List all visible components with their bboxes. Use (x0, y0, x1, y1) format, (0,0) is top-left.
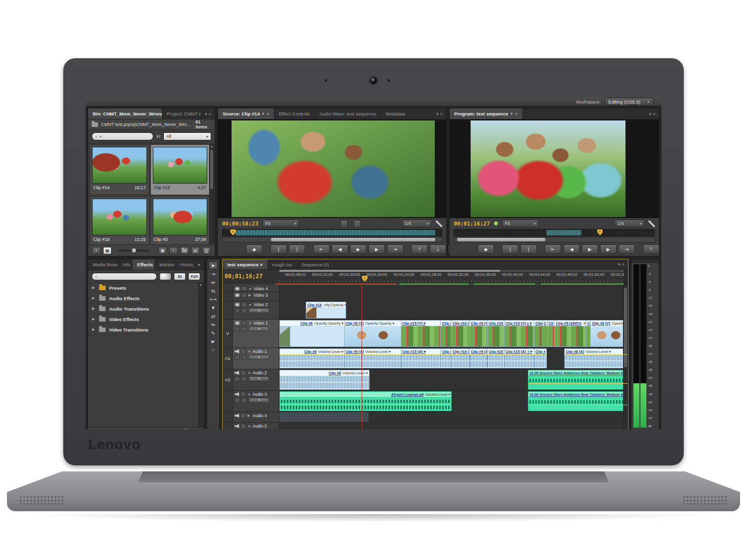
program-timecode[interactable]: 00;01;16;27 (454, 221, 490, 227)
timeline-audio-clip[interactable]: Clip #6 [A]Volume:Level ▾ (344, 348, 402, 368)
effects-item-video-transitions[interactable]: ▶ Video Transitions (88, 325, 204, 335)
target-track-badge[interactable]: V (223, 320, 233, 347)
toggle-track-output-icon[interactable] (235, 371, 239, 375)
timeline-audio-clip[interactable]: Clip #6 [A]Volume:Level ▾ (564, 348, 628, 368)
32bit-effects-icon[interactable]: 32 (174, 273, 186, 280)
timeline-audio-clip-green[interactable]: 10-09 Grocery Store Ambience Near Cashie… (528, 370, 628, 390)
list-view-icon[interactable]: ≡ (92, 247, 101, 254)
track-select-tool[interactable]: ⇥ (209, 270, 218, 278)
program-scrub-bar[interactable] (454, 229, 655, 236)
toggle-track-output-icon[interactable] (235, 303, 240, 307)
step-forward-button[interactable]: ▶ (600, 244, 617, 254)
tab-program[interactable]: Program: test sequence ▾ × (450, 109, 523, 119)
keyframe-nav[interactable] (249, 376, 269, 381)
collapse-track-icon[interactable]: ▶ (248, 414, 251, 418)
timeline-audio-clip[interactable]: Clip #15 [ (487, 348, 505, 368)
track-lock-icon[interactable] (242, 286, 247, 291)
accelerated-effects-icon[interactable] (159, 273, 171, 280)
tab-effect-controls[interactable]: Effect Controls (274, 109, 315, 119)
rate-stretch-tool[interactable]: ⟷ (209, 295, 218, 303)
track-lock-icon[interactable] (241, 413, 246, 418)
toggle-track-output-icon[interactable] (235, 349, 239, 353)
effects-scrollbar[interactable]: ▲ (198, 283, 203, 427)
bin-scrollbar[interactable]: ▲ (209, 144, 214, 243)
keyframe-nav[interactable] (249, 308, 269, 313)
set-display-style-icon[interactable] (235, 398, 240, 403)
timeline-audio-clip[interactable]: Clip #10 [ (451, 348, 470, 368)
timeline-audio-clip-green[interactable]: 10-09 Grocery Store Ambience Near Cashie… (528, 391, 628, 411)
source-scrub-bar[interactable] (222, 229, 442, 236)
timeline-clip[interactable]: Clip #15 [V] y ▾ (504, 320, 535, 347)
program-zoom-select[interactable]: Fit▾ (502, 220, 539, 227)
timeline-clip[interactable]: Clip #6Opacity:Opacity ▾ (279, 320, 345, 347)
icon-view-icon[interactable]: ▦ (103, 247, 112, 254)
effects-item-audio-effects[interactable]: ▶ Audio Effects (88, 293, 204, 304)
show-keyframes-icon[interactable] (242, 327, 247, 332)
effects-item-audio-transitions[interactable]: ▶ Audio Transitions (88, 304, 204, 314)
toggle-track-output-icon[interactable] (235, 392, 239, 396)
collapse-track-icon[interactable]: ▼ (249, 287, 252, 291)
show-keyframes-icon[interactable] (242, 355, 247, 360)
collapse-track-icon[interactable]: ▼ (248, 393, 251, 396)
panel-menu-icon[interactable]: ▾≡ (615, 259, 628, 269)
mark-out-button[interactable]: } (520, 244, 537, 254)
step-forward-button[interactable]: ▶ (369, 244, 385, 254)
workspace-select[interactable]: Editing (CS5.5) ▾ (605, 98, 653, 106)
bin-clip-card[interactable]: Clip #1912;15 (90, 196, 149, 244)
tab-markers[interactable]: Markers (155, 259, 175, 270)
track-lock-icon[interactable] (242, 302, 247, 307)
timeline-clip[interactable]: Clip #15 [V] ▾ (401, 320, 442, 347)
effects-search-input[interactable]: ⌕ (92, 273, 157, 280)
find-icon[interactable]: ⌕ (169, 247, 178, 254)
panel-menu-icon[interactable]: ▾≡ (433, 109, 446, 119)
disclosure-triangle-icon[interactable]: ▶ (92, 296, 96, 300)
collapse-track-icon[interactable]: ▶ (249, 293, 252, 297)
new-bin-icon[interactable] (180, 247, 189, 254)
track-video-4[interactable]: ▼Video 4 (223, 285, 628, 292)
toggle-track-output-icon[interactable] (235, 321, 240, 325)
toggle-track-output-icon[interactable] (235, 293, 240, 297)
bin-clip-card[interactable]: Clip #154;27 (150, 144, 210, 195)
toggle-track-output-icon[interactable] (235, 424, 239, 428)
timeline-clip[interactable]: Clip #8 [V]Opacity:Opacity ▾ (590, 320, 628, 347)
close-icon[interactable]: × (515, 112, 517, 116)
track-video-3[interactable]: ▶Video 3 (223, 292, 628, 301)
timeline-clip[interactable]: Clip #10 [ (451, 320, 470, 347)
timeline-audio-clip-green[interactable]: Airport Lounge.aifVolume:Level ▾ (279, 391, 452, 411)
selection-tool[interactable]: ➤ (209, 261, 218, 269)
track-audio-5[interactable]: ▼Audio 5 (223, 423, 628, 429)
go-to-out-button[interactable]: ⇥ (619, 244, 635, 254)
panel-menu-icon[interactable]: ▾≡ (201, 109, 215, 119)
tab-audio-mixer[interactable]: Audio Mixer: test sequence (315, 109, 381, 119)
ripple-edit-tool[interactable]: ⇹ (209, 278, 218, 286)
tab-test-sequence[interactable]: test sequence × (223, 259, 268, 269)
track-lock-icon[interactable] (242, 293, 247, 298)
tab-effects[interactable]: Effects × (132, 259, 155, 270)
lift-button[interactable]: ⇡ (643, 244, 659, 254)
clear-icon[interactable] (202, 247, 211, 254)
tab-bin[interactable]: Bin: CNMT_Mom_Never_Wrong_31312 (88, 109, 162, 119)
track-lock-icon[interactable] (241, 424, 246, 429)
yuv-effects-icon[interactable]: YUV (188, 273, 200, 280)
go-to-in-button[interactable]: ⇤ (313, 244, 330, 254)
track-video-2[interactable]: ▼Video 2 Clip #14:city:Opacity ▾ (223, 301, 628, 320)
timeline-audio-clip[interactable]: Clip #6Volume:Level ▾ (279, 348, 345, 368)
output-settings-icon[interactable] (354, 220, 361, 227)
keyframe-nav[interactable] (249, 355, 269, 360)
hand-tool[interactable]: ☛ (209, 337, 218, 345)
set-display-style-icon[interactable] (235, 355, 240, 360)
track-audio-1[interactable]: A1 ▼Audio 1 Clip #6Volume:Level ▾ (223, 348, 628, 369)
tab-history[interactable]: History (175, 259, 194, 270)
add-marker-button[interactable]: ◆ (246, 244, 262, 254)
timeline-audio-clip[interactable]: Clip #6Volume:Level ▾ (279, 370, 370, 390)
add-marker-button[interactable]: ◆ (478, 244, 494, 254)
zoom-tool[interactable]: ⌕ (209, 346, 218, 354)
keyframe-nav[interactable] (249, 398, 269, 403)
timeline-clip[interactable]: Clip #15 [ (487, 320, 505, 347)
mark-out-button[interactable]: } (289, 244, 305, 254)
timeline-clip[interactable]: Clip # (440, 320, 452, 347)
target-track-badge[interactable]: A2 (223, 369, 233, 390)
panel-menu-icon[interactable]: ▾ (194, 259, 204, 270)
effects-item-presets[interactable]: ▶ Presets (88, 283, 204, 293)
timeline-clip[interactable]: Clip #9 [V] (470, 320, 489, 347)
